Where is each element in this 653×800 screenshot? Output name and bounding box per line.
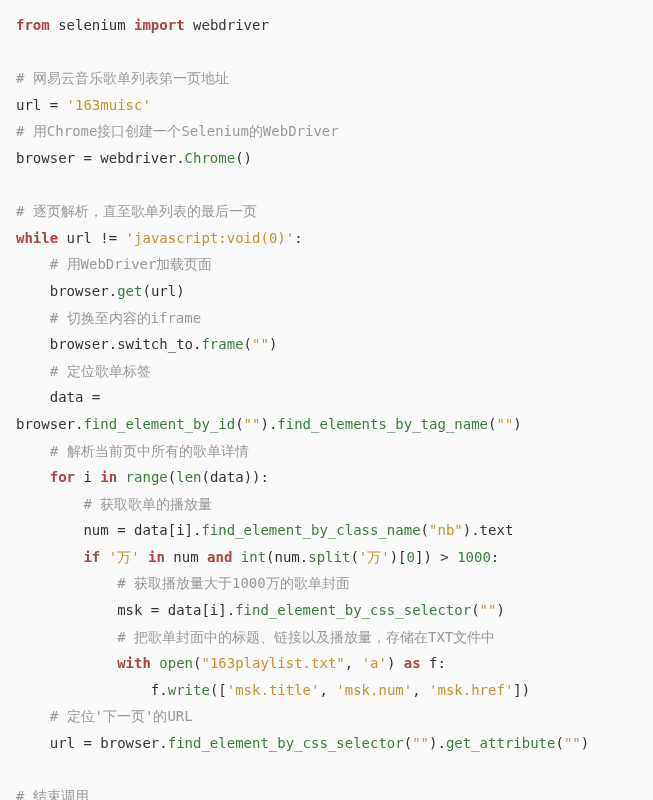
string-literal: 'msk.title' xyxy=(227,682,320,698)
code-text: ) xyxy=(387,655,404,671)
code-text xyxy=(140,549,148,565)
code-text: ). xyxy=(260,416,277,432)
code-line: from selenium import webdriver xyxy=(16,17,269,33)
comment-line: # 解析当前页中所有的歌单详情 xyxy=(16,443,249,459)
comment-line: # 获取歌单的播放量 xyxy=(16,496,212,512)
code-text: url != xyxy=(58,230,125,246)
string-literal: '163muisc' xyxy=(67,97,151,113)
code-text: ]) > xyxy=(415,549,457,565)
function-call: get xyxy=(117,283,142,299)
code-text: , xyxy=(345,655,362,671)
function-call: split xyxy=(308,549,350,565)
code-line: if '万' in num and int(num.split('万')[0])… xyxy=(16,549,499,565)
string-literal: "" xyxy=(496,416,513,432)
code-line: browser = webdriver.Chrome() xyxy=(16,150,252,166)
function-call: Chrome xyxy=(185,150,236,166)
code-text: ) xyxy=(581,735,589,751)
string-literal: 'a' xyxy=(362,655,387,671)
keyword-and: and xyxy=(207,549,232,565)
code-text: ( xyxy=(404,735,412,751)
code-text: (data)): xyxy=(202,469,269,485)
code-text: num = data[i]. xyxy=(16,522,201,538)
code-text: )[ xyxy=(390,549,407,565)
keyword-while: while xyxy=(16,230,58,246)
code-text: , xyxy=(319,682,336,698)
code-text: num xyxy=(165,549,207,565)
comment-line: # 用WebDriver加载页面 xyxy=(16,256,212,272)
code-text: ( xyxy=(555,735,563,751)
string-literal: "" xyxy=(564,735,581,751)
function-call: find_element_by_class_name xyxy=(201,522,420,538)
comment-line: # 网易云音乐歌单列表第一页地址 xyxy=(16,70,229,86)
code-text: ) xyxy=(496,602,504,618)
code-text xyxy=(16,655,117,671)
code-text: ( xyxy=(421,522,429,538)
keyword-from: from xyxy=(16,17,50,33)
function-call: int xyxy=(241,549,266,565)
code-line: num = data[i].find_element_by_class_name… xyxy=(16,522,513,538)
import-name: webdriver xyxy=(185,17,269,33)
comment-line: # 切换至内容的iframe xyxy=(16,310,201,326)
code-text: () xyxy=(235,150,252,166)
function-call: frame xyxy=(201,336,243,352)
code-text xyxy=(232,549,240,565)
keyword-as: as xyxy=(404,655,421,671)
module-name: selenium xyxy=(50,17,134,33)
string-literal: "163playlist.txt" xyxy=(201,655,344,671)
keyword-for: for xyxy=(50,469,75,485)
code-line: browser.switch_to.frame("") xyxy=(16,336,277,352)
code-line: url = browser.find_element_by_css_select… xyxy=(16,735,589,751)
function-call: len xyxy=(176,469,201,485)
comment-line: # 用Chrome接口创建一个Selenium的WebDriver xyxy=(16,123,339,139)
comment-line: # 把歌单封面中的标题、链接以及播放量，存储在TXT文件中 xyxy=(16,629,495,645)
string-literal: 'javascript:void(0)' xyxy=(126,230,295,246)
code-text: ( xyxy=(350,549,358,565)
keyword-in: in xyxy=(148,549,165,565)
string-literal: "" xyxy=(480,602,497,618)
function-call: find_element_by_css_selector xyxy=(235,602,471,618)
string-literal: "" xyxy=(412,735,429,751)
comment-line: # 结束调用 xyxy=(16,788,89,800)
keyword-in: in xyxy=(100,469,117,485)
keyword-with: with xyxy=(117,655,151,671)
string-literal: 'msk.num' xyxy=(336,682,412,698)
code-text: : xyxy=(491,549,499,565)
code-text: (num. xyxy=(266,549,308,565)
string-literal: '万' xyxy=(359,549,390,565)
function-call: open xyxy=(159,655,193,671)
code-text: ( xyxy=(235,416,243,432)
code-text xyxy=(100,549,108,565)
code-text: ). xyxy=(429,735,446,751)
code-text: browser. xyxy=(16,283,117,299)
code-text: url = browser. xyxy=(16,735,168,751)
code-text: browser.switch_to. xyxy=(16,336,201,352)
code-block: from selenium import webdriver # 网易云音乐歌单… xyxy=(16,12,637,800)
code-text: ( xyxy=(471,602,479,618)
string-literal: "" xyxy=(252,336,269,352)
function-call: range xyxy=(126,469,168,485)
function-call: find_element_by_id xyxy=(83,416,235,432)
string-literal: 'msk.href' xyxy=(429,682,513,698)
code-line: for i in range(len(data)): xyxy=(16,469,269,485)
code-line: browser.get(url) xyxy=(16,283,185,299)
code-text: browser = webdriver. xyxy=(16,150,185,166)
code-line: while url != 'javascript:void(0)': xyxy=(16,230,303,246)
number-literal: 1000 xyxy=(457,549,491,565)
keyword-if: if xyxy=(83,549,100,565)
code-text: i xyxy=(75,469,100,485)
function-call: get_attribute xyxy=(446,735,556,751)
comment-line: # 定位'下一页'的URL xyxy=(16,708,193,724)
keyword-import: import xyxy=(134,17,185,33)
code-text: (url) xyxy=(142,283,184,299)
code-line: browser.find_element_by_id("").find_elem… xyxy=(16,416,522,432)
code-text: msk = data[i]. xyxy=(16,602,235,618)
code-text: f: xyxy=(421,655,446,671)
code-text: browser. xyxy=(16,416,83,432)
code-text: url = xyxy=(16,97,67,113)
code-line: f.write(['msk.title', 'msk.num', 'msk.hr… xyxy=(16,682,530,698)
code-text: , xyxy=(412,682,429,698)
code-text: ( xyxy=(168,469,176,485)
code-line: msk = data[i].find_element_by_css_select… xyxy=(16,602,505,618)
code-text xyxy=(16,549,83,565)
number-literal: 0 xyxy=(407,549,415,565)
